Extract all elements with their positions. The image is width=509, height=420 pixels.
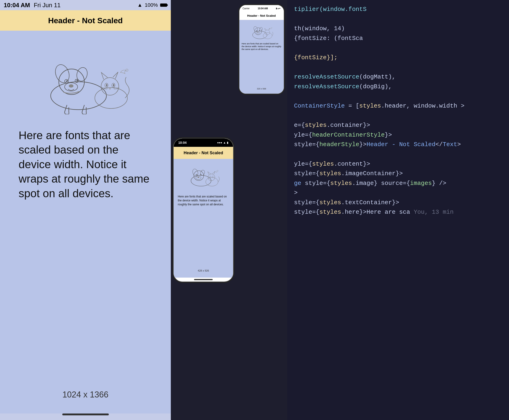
svg-point-5 bbox=[69, 84, 73, 88]
svg-point-9 bbox=[76, 80, 78, 81]
code-line-10 bbox=[294, 91, 502, 101]
battery-percent: 100% bbox=[145, 2, 158, 8]
code-line-9: resolveAssetSource(dogBig), bbox=[294, 82, 502, 92]
svg-point-42 bbox=[263, 32, 272, 39]
code-line-7 bbox=[294, 63, 502, 73]
ipad-date: Fri Jun 11 bbox=[34, 2, 61, 9]
ipad-home-indicator bbox=[62, 413, 109, 415]
iphone-small-device: Carrier 10:04 AM ▮▲● Header - Not Scaled bbox=[239, 5, 284, 94]
iphone-large-icons: ●●● ▲ ▮ bbox=[217, 141, 228, 144]
code-line-8: resolveAssetSource(dogMatt), bbox=[294, 72, 502, 82]
ipad-header-title: Header - Not Scaled bbox=[48, 16, 123, 25]
dog-illustration-medium bbox=[187, 165, 220, 188]
svg-point-44 bbox=[271, 27, 272, 28]
iphone-small-wrapper: Carrier 10:04 AM ▮▲● Header - Not Scaled bbox=[236, 0, 287, 420]
code-line-15: style={headerStyle}>Header - Not Scaled<… bbox=[294, 140, 502, 150]
ipad-dimensions: 1024 x 1366 bbox=[62, 390, 108, 400]
code-line-22: style={styles.here}>Here are sca You, 13… bbox=[294, 207, 502, 217]
code-panel: tiplier(window.fontS th(window, 14) {fon… bbox=[287, 0, 509, 420]
svg-point-10 bbox=[95, 88, 127, 108]
iphone-small-carrier: Carrier bbox=[243, 7, 250, 10]
svg-point-2 bbox=[53, 63, 72, 85]
iphone-large-text: Here are fonts that are scaled based on … bbox=[177, 195, 230, 206]
code-line-21: style={styles.textContainer}> bbox=[294, 198, 502, 208]
iphone-small-icons: ▮▲● bbox=[276, 7, 280, 9]
iphone-small-header-title: Header - Not Scaled bbox=[247, 14, 276, 17]
code-line-16 bbox=[294, 150, 502, 159]
ipad-time: 10:04 AM bbox=[4, 2, 30, 9]
svg-point-20 bbox=[200, 170, 205, 176]
ipad-header: Header - Not Scaled bbox=[0, 10, 171, 31]
wifi-icon: ▲ bbox=[223, 141, 226, 144]
battery-icon bbox=[160, 3, 167, 7]
ipad-text-section: Here are fonts that are scaled based on … bbox=[14, 128, 157, 201]
code-line-14: yle={headerContainerStyle}> bbox=[294, 130, 502, 140]
svg-point-27 bbox=[206, 178, 218, 186]
iphone-large-device: 10:04 ●●● ▲ ▮ Header - Not Scaled bbox=[173, 138, 234, 282]
code-line-20: > bbox=[294, 188, 502, 198]
svg-point-30 bbox=[212, 176, 213, 178]
code-line-3: th(window, 14) bbox=[294, 24, 502, 34]
ipad-main-text: Here are fonts that are scaled based on … bbox=[19, 128, 152, 201]
iphone-large-header-title: Header - Not Scaled bbox=[184, 150, 223, 155]
signal-icon: ●●● bbox=[217, 141, 222, 144]
code-line-6: {fontSize}]; bbox=[294, 53, 502, 63]
svg-point-39 bbox=[256, 30, 257, 31]
ipad-dog-image bbox=[41, 49, 130, 114]
code-line-2 bbox=[294, 15, 502, 24]
code-line-13: e={styles.container}> bbox=[294, 120, 502, 130]
code-line-4: {fontSize: (fontSca bbox=[294, 34, 502, 44]
iphone-small-dog-image bbox=[250, 23, 273, 40]
code-line-12 bbox=[294, 111, 502, 121]
dog-illustration-small bbox=[250, 23, 273, 40]
svg-point-26 bbox=[201, 174, 201, 175]
iphone-small-text: Here are fonts that are scaled based on … bbox=[242, 42, 281, 51]
ipad-device: 10:04 AM Fri Jun 11 ▲ 100% Header - Not … bbox=[0, 0, 171, 420]
svg-point-41 bbox=[259, 30, 260, 31]
iphone-large-header: Header - Not Scaled bbox=[174, 147, 233, 159]
iphone-large-dog-image bbox=[187, 165, 220, 188]
svg-point-29 bbox=[210, 176, 211, 178]
code-line-19: ge style={styles.image} source={images} … bbox=[294, 179, 502, 188]
code-line-5 bbox=[294, 43, 502, 53]
wifi-icon: ▲ bbox=[137, 2, 143, 8]
iphone-small-time: 10:04 AM bbox=[258, 7, 268, 10]
svg-point-14 bbox=[106, 84, 107, 87]
svg-point-15 bbox=[113, 84, 114, 87]
svg-point-7 bbox=[66, 80, 68, 82]
iphone-large-time: 10:04 bbox=[178, 141, 187, 144]
svg-point-16 bbox=[126, 69, 128, 71]
iphone-large-content: Here are fonts that are scaled based on … bbox=[174, 159, 233, 278]
svg-point-24 bbox=[196, 174, 197, 175]
iphone-small-content: Here are fonts that are scaled based on … bbox=[239, 20, 284, 94]
iphone-small-header: Header - Not Scaled bbox=[239, 12, 284, 20]
svg-point-0 bbox=[51, 82, 106, 110]
battery-icon: ▮ bbox=[227, 141, 228, 144]
svg-point-11 bbox=[101, 78, 119, 95]
ipad-content: Here are fonts that are scaled based on … bbox=[0, 31, 171, 413]
ipad-status-bar: 10:04 AM Fri Jun 11 ▲ 100% bbox=[0, 0, 171, 10]
svg-point-35 bbox=[259, 27, 263, 32]
iphone-large-home-indicator bbox=[194, 279, 213, 280]
svg-point-31 bbox=[217, 170, 218, 172]
iphone-large-dimensions: 428 x 926 bbox=[198, 269, 209, 272]
iphone-large-status-bar: 10:04 ●●● ▲ ▮ bbox=[174, 138, 233, 147]
code-line-17: yle={styles.content}> bbox=[294, 159, 502, 169]
iphone-large-wrapper: 10:04 ●●● ▲ ▮ Header - Not Scaled bbox=[171, 0, 236, 420]
iphone-small-dimensions: 320 x 568 bbox=[257, 88, 266, 90]
code-line-1: tiplier(window.fontS bbox=[294, 5, 502, 15]
dog-illustration-large bbox=[41, 49, 130, 114]
svg-point-37 bbox=[257, 32, 259, 33]
iphone-small-status-bar: Carrier 10:04 AM ▮▲● bbox=[239, 5, 284, 12]
ipad-status-icons: ▲ 100% bbox=[137, 2, 167, 8]
notch bbox=[196, 138, 210, 143]
code-line-11: ContainerStyle = [styles.header, window.… bbox=[294, 101, 502, 111]
code-line-18: style={styles.imageContainer}> bbox=[294, 169, 502, 179]
svg-point-22 bbox=[198, 177, 199, 178]
